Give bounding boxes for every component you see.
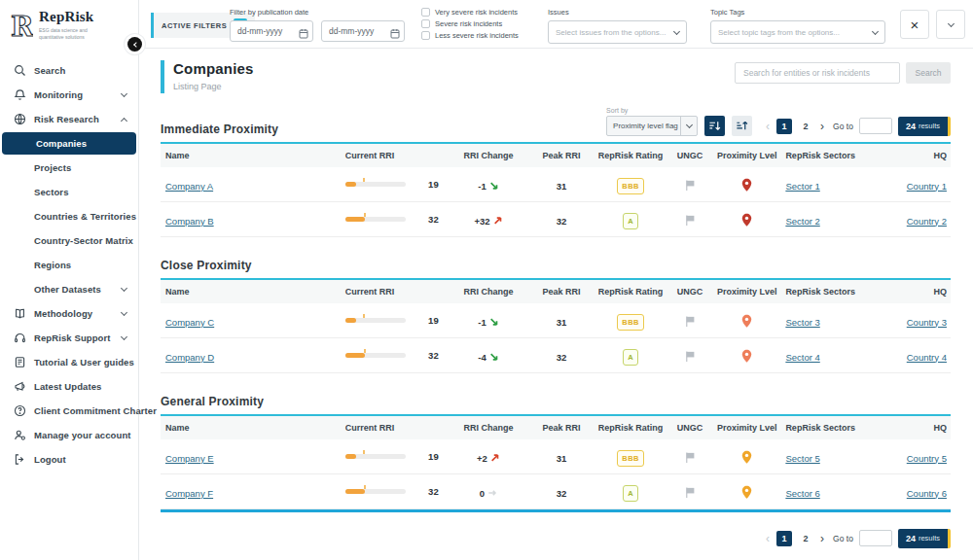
rri-bar: [345, 318, 406, 323]
trend-up-icon: [493, 216, 503, 226]
chevron-up-icon: [121, 117, 127, 123]
app-window: R RepRisk ESG data science and quantitat…: [0, 0, 973, 560]
col-header-proximity-level: Proximity Lvel: [713, 151, 780, 160]
sidebar-item-logout[interactable]: Logout: [0, 447, 138, 472]
severity-checkbox-severe[interactable]: Severe risk incidents: [421, 19, 519, 28]
sidebar: R RepRisk ESG data science and quantitat…: [0, 0, 139, 560]
sort-by-label: Sort by: [606, 107, 698, 114]
hq-country-link[interactable]: Country 4: [907, 352, 947, 363]
sidebar-item-label: Methodology: [34, 308, 92, 319]
rri-change-value: 0: [480, 488, 485, 499]
sidebar-item-label: Tutorial & User guides: [34, 357, 134, 368]
sector-link[interactable]: Sector 2: [785, 216, 819, 227]
sector-link[interactable]: Sector 6: [785, 488, 819, 499]
table-header-row: Name Current RRI RRI Change Peak RRI Rep…: [161, 280, 951, 303]
sidebar-item-label: Search: [34, 65, 65, 76]
sector-link[interactable]: Sector 1: [785, 181, 819, 192]
next-page-button[interactable]: ›: [819, 121, 825, 132]
company-link[interactable]: Company A: [165, 181, 213, 192]
entity-search-button[interactable]: Search: [906, 62, 951, 84]
col-header-hq: HQ: [895, 423, 951, 433]
prev-page-button[interactable]: ‹: [765, 533, 771, 544]
chevron-down-icon: [865, 21, 884, 43]
hq-country-link[interactable]: Country 5: [907, 453, 947, 464]
col-header-reprisk-rating: RepRisk Rating: [595, 287, 667, 297]
severity-checkbox-less-severe[interactable]: Less severe risk incidents: [421, 31, 519, 40]
sort-descending-button[interactable]: [704, 116, 725, 136]
sidebar-item-latest-updates[interactable]: Latest Updates: [0, 374, 138, 399]
next-page-button[interactable]: ›: [819, 533, 825, 544]
page-title: Companies: [173, 60, 254, 77]
sidebar-item-label: Latest Updates: [34, 381, 102, 392]
ungc-flag-icon: [684, 312, 697, 329]
issues-placeholder: Select issues from the options...: [549, 28, 667, 37]
publication-date-label: Filter by publication date: [230, 8, 405, 17]
page-1-button[interactable]: 1: [776, 531, 792, 546]
col-header-hq: HQ: [895, 287, 951, 297]
sidebar-item-label: Sectors: [34, 187, 69, 197]
sidebar-item-risk-research[interactable]: Risk Research: [0, 107, 138, 131]
page-2-button[interactable]: 2: [798, 119, 813, 134]
topic-tags-select[interactable]: Select topic tags from the options...: [710, 20, 885, 44]
prev-page-button[interactable]: ‹: [765, 121, 771, 132]
go-to-label: Go to: [833, 534, 853, 543]
sidebar-item-client-commitment-charter[interactable]: Client Commitment Charter: [0, 399, 138, 423]
hq-country-link[interactable]: Country 6: [907, 488, 947, 499]
immediate-proximity-table: Name Current RRI RRI Change Peak RRI Rep…: [161, 142, 951, 237]
page-1-button[interactable]: 1: [776, 119, 792, 134]
checkbox-label: Very severe risk incidents: [435, 8, 518, 17]
sidebar-item-search[interactable]: Search: [0, 58, 138, 83]
sidebar-item-projects[interactable]: Projects: [0, 156, 138, 180]
company-link[interactable]: Company D: [165, 352, 214, 363]
pagination-bottom: ‹ 1 2 › Go to 24 results: [765, 528, 951, 548]
company-link[interactable]: Company C: [165, 317, 214, 328]
sidebar-item-monitoring[interactable]: Monitoring: [0, 83, 138, 107]
checkbox[interactable]: [421, 8, 430, 17]
go-to-page-input[interactable]: [859, 118, 892, 134]
table-header-row: Name Current RRI RRI Change Peak RRI Rep…: [161, 144, 951, 167]
sort-by-value: Proximity level flag: [607, 122, 680, 130]
col-header-reprisk-sectors: RepRisk Sectors: [780, 287, 895, 297]
sidebar-item-sectors[interactable]: Sectors: [0, 180, 138, 204]
page-2-button[interactable]: 2: [798, 531, 813, 546]
sidebar-item-tutorial-user-guides[interactable]: Tutorial & User guides: [0, 350, 138, 374]
results-count: 24: [906, 122, 916, 131]
sidebar-item-regions[interactable]: Regions: [0, 253, 138, 277]
results-count-badge: 24 results: [898, 117, 951, 136]
sort-by-control: Sort by Proximity level flag: [606, 107, 698, 136]
sidebar-item-reprisk-support[interactable]: RepRisk Support: [0, 326, 138, 350]
checkbox[interactable]: [421, 19, 430, 28]
sector-link[interactable]: Sector 3: [785, 317, 819, 328]
sidebar-item-label: Monitoring: [34, 89, 83, 100]
sidebar-item-other-datasets[interactable]: Other Datasets: [0, 277, 138, 301]
table-row: Company C 19 -1 31 BBB Sector 3 Country …: [161, 303, 951, 338]
sector-link[interactable]: Sector 4: [785, 352, 819, 363]
sidebar-item-manage-account[interactable]: Manage your account: [0, 423, 138, 447]
rri-bar: [345, 454, 406, 459]
issues-select[interactable]: Select issues from the options...: [548, 20, 687, 44]
severity-checkbox-very-severe[interactable]: Very severe risk incidents: [421, 8, 519, 17]
sidebar-item-methodology[interactable]: Methodology: [0, 301, 138, 326]
hq-country-link[interactable]: Country 2: [907, 216, 947, 227]
list-controls: Sort by Proximity level flag ‹ 1 2 › Go …: [606, 107, 951, 136]
company-link[interactable]: Company B: [165, 216, 214, 227]
sidebar-collapse-button[interactable]: [125, 34, 145, 54]
clear-filters-button[interactable]: ×: [900, 10, 929, 39]
col-header-rri-change: RRI Change: [449, 423, 527, 433]
company-link[interactable]: Company E: [165, 453, 214, 464]
sort-ascending-button[interactable]: [732, 116, 752, 136]
company-link[interactable]: Company F: [165, 488, 213, 499]
sector-link[interactable]: Sector 5: [785, 453, 819, 464]
entity-search-input[interactable]: [735, 62, 900, 84]
sidebar-item-countries-territories[interactable]: Countries & Territories: [0, 204, 138, 228]
go-to-page-input[interactable]: [859, 530, 892, 546]
sort-by-select[interactable]: Proximity level flag: [606, 116, 698, 136]
hq-country-link[interactable]: Country 3: [907, 317, 947, 328]
hq-country-link[interactable]: Country 1: [907, 181, 947, 192]
sidebar-item-companies[interactable]: Companies: [2, 132, 136, 155]
col-header-peak-rri: Peak RRI: [528, 423, 595, 433]
collapse-filterbar-button[interactable]: [936, 10, 965, 39]
col-header-rri-change: RRI Change: [449, 151, 527, 160]
checkbox[interactable]: [421, 31, 430, 40]
sidebar-item-country-sector-matrix[interactable]: Country-Sector Matrix: [0, 228, 138, 253]
